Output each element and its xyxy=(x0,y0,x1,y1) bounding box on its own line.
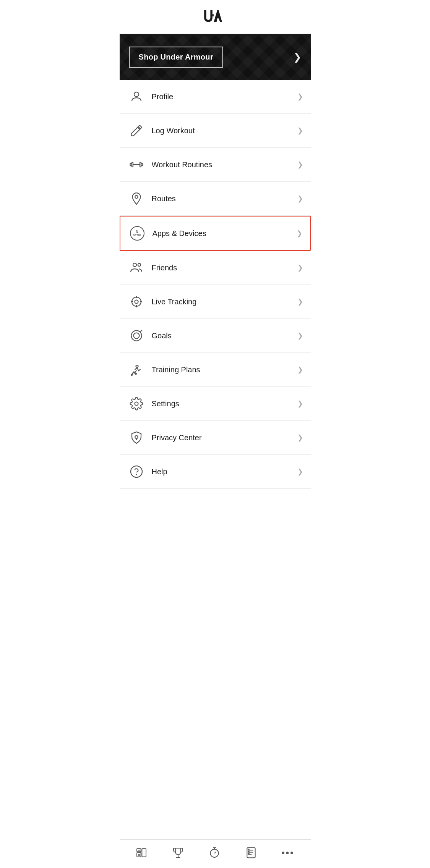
menu-chevron-log-workout: ❯ xyxy=(297,126,303,135)
svg-point-23 xyxy=(131,466,142,477)
shop-chevron-icon: ❯ xyxy=(293,51,302,63)
sync-icon: ⇅ SYNC xyxy=(128,224,146,242)
live-tracking-icon xyxy=(127,293,146,311)
svg-point-10 xyxy=(132,297,141,306)
menu-label-apps-devices: Apps & Devices xyxy=(153,229,297,238)
menu-chevron-apps-devices: ❯ xyxy=(297,229,302,238)
svg-point-18 xyxy=(133,372,135,373)
help-icon xyxy=(127,462,146,481)
training-plans-icon xyxy=(127,360,146,379)
location-pin-icon xyxy=(127,189,146,208)
menu-chevron-live-tracking: ❯ xyxy=(297,297,303,306)
svg-point-0 xyxy=(134,92,139,97)
ua-logo xyxy=(201,7,229,27)
friends-icon xyxy=(127,259,146,277)
menu-label-friends: Friends xyxy=(152,263,297,272)
pencil-icon xyxy=(127,121,146,140)
menu-item-profile[interactable]: Profile ❯ xyxy=(120,80,311,114)
menu-chevron-friends: ❯ xyxy=(297,263,303,272)
menu-label-workout-routines: Workout Routines xyxy=(152,160,297,169)
menu-item-log-workout[interactable]: Log Workout ❯ xyxy=(120,114,311,148)
svg-rect-2 xyxy=(132,162,133,167)
app-header xyxy=(120,0,311,34)
menu-label-privacy-center: Privacy Center xyxy=(152,433,297,442)
svg-point-8 xyxy=(138,263,141,267)
menu-chevron-workout-routines: ❯ xyxy=(297,160,303,169)
menu-item-workout-routines[interactable]: Workout Routines ❯ xyxy=(120,148,311,182)
menu-item-apps-devices[interactable]: ⇅ SYNC Apps & Devices ❯ xyxy=(120,216,311,251)
menu-label-help: Help xyxy=(152,467,297,476)
svg-point-16 xyxy=(136,365,138,367)
svg-point-6 xyxy=(135,196,138,199)
menu-label-live-tracking: Live Tracking xyxy=(152,297,297,306)
menu-item-help[interactable]: Help ❯ xyxy=(120,455,311,489)
privacy-icon xyxy=(127,428,146,447)
goals-icon xyxy=(127,327,146,345)
svg-point-12 xyxy=(133,333,139,339)
menu-chevron-settings: ❯ xyxy=(297,399,303,408)
shop-banner[interactable]: Shop Under Armour ❯ xyxy=(120,34,311,80)
menu-chevron-routes: ❯ xyxy=(297,194,303,203)
svg-point-21 xyxy=(135,436,138,439)
menu-item-settings[interactable]: Settings ❯ xyxy=(120,387,311,421)
menu-item-goals[interactable]: Goals ❯ xyxy=(120,319,311,353)
menu-label-routes: Routes xyxy=(152,194,297,203)
menu-chevron-help: ❯ xyxy=(297,467,303,476)
menu-chevron-privacy-center: ❯ xyxy=(297,433,303,442)
menu-chevron-goals: ❯ xyxy=(297,331,303,340)
menu-chevron-profile: ❯ xyxy=(297,92,303,101)
menu-item-live-tracking[interactable]: Live Tracking ❯ xyxy=(120,285,311,319)
menu-label-profile: Profile xyxy=(152,92,297,101)
menu-label-settings: Settings xyxy=(152,399,297,408)
svg-line-13 xyxy=(140,330,142,332)
dumbbell-icon xyxy=(127,155,146,174)
svg-point-20 xyxy=(135,402,138,406)
svg-point-9 xyxy=(135,300,138,304)
person-icon xyxy=(127,87,146,106)
menu-label-log-workout: Log Workout xyxy=(152,126,297,135)
svg-point-19 xyxy=(135,373,136,374)
svg-rect-5 xyxy=(141,163,143,166)
svg-point-17 xyxy=(131,374,132,375)
menu-item-privacy-center[interactable]: Privacy Center ❯ xyxy=(120,421,311,455)
menu-item-routes[interactable]: Routes ❯ xyxy=(120,182,311,216)
settings-icon xyxy=(127,394,146,413)
menu-label-goals: Goals xyxy=(152,331,297,340)
svg-point-7 xyxy=(133,263,136,267)
menu-chevron-training-plans: ❯ xyxy=(297,365,303,374)
menu-label-training-plans: Training Plans xyxy=(152,365,297,374)
menu-item-friends[interactable]: Friends ❯ xyxy=(120,251,311,285)
menu-list: Profile ❯ Log Workout ❯ Workout Routines… xyxy=(120,80,311,489)
shop-button[interactable]: Shop Under Armour xyxy=(129,47,223,68)
menu-item-training-plans[interactable]: Training Plans ❯ xyxy=(120,353,311,387)
